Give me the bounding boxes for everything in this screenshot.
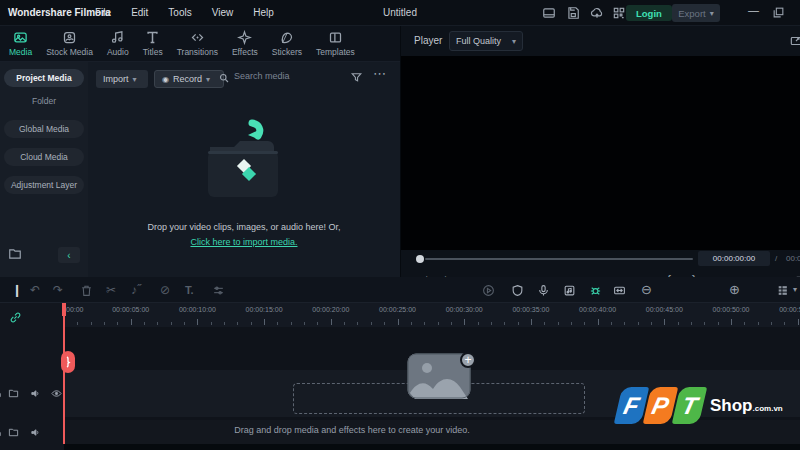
detach-player-icon[interactable] [789,34,800,48]
collapse-panel-button[interactable]: ‹ [58,247,80,263]
ruler-label: 00:00 [66,306,84,313]
menu-file[interactable]: File [95,7,111,18]
track-header-column [0,303,64,450]
mute-track-icon[interactable] [30,388,41,399]
delete-icon[interactable] [80,284,93,297]
hide-track-eye-icon[interactable] [51,388,62,399]
ripple-off-icon[interactable]: ⊘ [160,283,170,297]
ai-tool-icon[interactable] [589,284,602,297]
split-scissors-icon[interactable]: ✂ [106,283,116,297]
ruler-label: 00:00:45:00 [646,306,683,313]
player-panel: Player Full Quality▾ 00:00:00:00 / 00:00… [400,26,800,277]
menu-tools[interactable]: Tools [168,7,191,18]
video-preview[interactable] [401,56,800,250]
ruler-label: 00:00:15:00 [246,306,283,313]
media-tabstrip: Media Stock Media Audio Titles Transitio… [0,26,400,62]
player-label: Player [414,35,442,46]
add-media-plus-icon[interactable]: + [460,352,476,368]
tab-audio[interactable]: Audio [100,26,136,62]
record-dot-icon: ◉ [162,75,169,84]
filter-icon[interactable] [350,71,363,84]
tab-media[interactable]: Media [2,26,39,62]
menu-edit[interactable]: Edit [131,7,148,18]
auto-ripple-link-icon[interactable] [9,311,22,324]
sidebar-item-folder[interactable]: Folder [0,96,88,106]
playhead-line[interactable] [63,303,65,444]
media-library-panel: Import▾ ◉ Record▾ ⋯ Drop your video clip… [88,62,400,277]
zoom-out-icon[interactable]: ⊖ [641,283,652,297]
menu-help[interactable]: Help [253,7,274,18]
tab-stickers[interactable]: Stickers [265,26,309,62]
tab-titles[interactable]: Titles [136,26,170,62]
playhead-top-marker[interactable] [62,303,66,316]
keyframe-shield-icon[interactable] [511,284,524,297]
timeline-drop-hint: Drag and drop media and effects here to … [64,425,640,435]
audio-mixer-icon[interactable] [563,284,576,297]
video-track-icon[interactable] [8,388,19,399]
filmora-window: Wondershare Filmora File Edit Tools View… [0,0,800,450]
text-tool-icon[interactable]: T. [185,283,194,297]
track-manager-icon[interactable] [776,284,789,297]
quality-dropdown[interactable]: Full Quality▾ [449,31,523,51]
sidebar-item-cloud-media[interactable]: Cloud Media [4,148,84,166]
ruler-label: 00:00:25:00 [379,306,416,313]
sidebar-item-project-media[interactable]: Project Media [4,69,84,87]
import-media-link[interactable]: Click here to import media. [88,237,400,247]
tab-stock-media[interactable]: Stock Media [39,26,100,62]
record-voiceover-icon[interactable] [537,284,550,297]
zoom-in-icon[interactable]: ⊕ [729,283,740,297]
media-icon [13,30,28,45]
export-button[interactable]: Export▾ [672,4,720,22]
chevron-down-icon: ▾ [206,75,210,84]
dropzone-message: Drop your video clips, images, or audio … [88,222,400,232]
layout-panel-icon[interactable] [542,6,556,20]
lock-track-icon[interactable] [0,427,3,438]
chevron-down-icon: ▾ [710,9,714,18]
render-preview-icon[interactable] [482,284,495,297]
sidebar-item-adjustment-layer[interactable]: Adjustment Layer [4,176,84,194]
fit-timeline-icon[interactable] [613,284,626,297]
search-input[interactable] [232,70,342,82]
seek-handle[interactable] [416,255,424,263]
chevron-down-icon[interactable]: ▾ [793,283,797,297]
ruler-label: 00:00:20:00 [312,306,349,313]
playhead-handle[interactable] [61,351,75,373]
ruler-label: 00:00:55:00 [779,306,800,313]
lock-track-icon[interactable] [0,388,3,399]
tab-transitions[interactable]: Transitions [170,26,225,62]
ruler-label: 00:00:50:00 [713,306,750,313]
undo-icon[interactable]: ↶ [30,283,40,297]
current-timecode: 00:00:00:00 [698,251,770,266]
menu-view[interactable]: View [212,7,234,18]
import-folder-illustration[interactable] [196,117,292,213]
login-button[interactable]: Login [626,5,672,21]
more-options-icon[interactable]: ⋯ [373,66,386,81]
mute-track-icon[interactable] [30,427,41,438]
effects-icon [237,30,252,45]
new-folder-icon[interactable] [8,247,22,261]
ruler-scale[interactable]: 00:0000:00:05:0000:00:10:0000:00:15:0000… [64,303,800,327]
fpt-shop-label: Shop [710,396,753,416]
ruler-label: 00:00:10:00 [179,306,216,313]
seek-bar[interactable] [425,258,693,260]
qr-code-icon[interactable] [612,6,626,20]
tab-effects[interactable]: Effects [225,26,265,62]
timeline-toolbar: ❙ ↶ ↷ ✂ ♪˝ ⊘ T. ⊖ ⊕ ▾ [0,277,800,303]
save-icon[interactable] [566,6,580,20]
cloud-upload-icon[interactable] [590,6,604,20]
timeline-panel: 00:0000:00:05:0000:00:10:0000:00:15:0000… [0,303,800,450]
import-button[interactable]: Import▾ [96,70,148,88]
audio-track-icon[interactable] [8,427,19,438]
pointer-tool-icon[interactable]: ❙ [12,283,22,297]
record-button[interactable]: ◉ Record▾ [154,70,224,88]
redo-icon[interactable]: ↷ [53,283,63,297]
adjust-sliders-icon[interactable] [212,284,225,297]
tab-templates[interactable]: Templates [309,26,362,62]
restore-window-button[interactable] [772,6,785,19]
minimize-button[interactable]: — [748,4,759,16]
beat-detect-icon[interactable]: ♪˝ [131,283,141,297]
ruler-label: 00:00:40:00 [579,306,616,313]
sidebar-item-global-media[interactable]: Global Media [4,120,84,138]
ruler-label: 00:00:35:00 [512,306,549,313]
titles-icon [145,30,160,45]
